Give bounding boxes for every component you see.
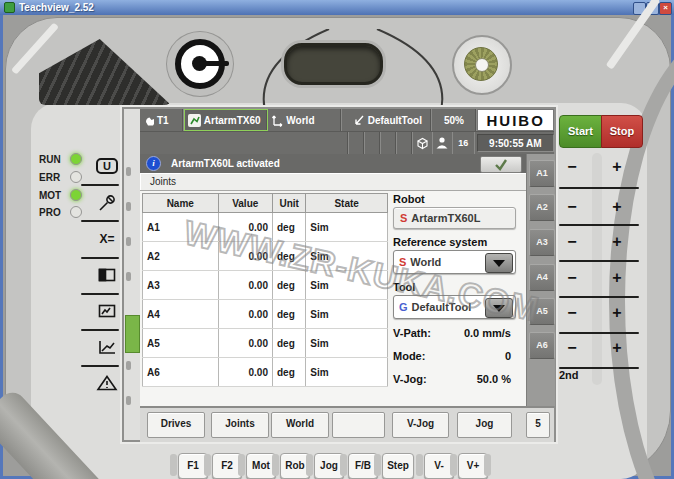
tab-vjog[interactable]: V-Jog (392, 412, 449, 438)
table-row[interactable]: A40.00degSim (143, 300, 388, 329)
jog-plus-a5[interactable]: + (605, 303, 629, 323)
estop-button[interactable] (166, 31, 234, 97)
view-tab-label: Joints (150, 176, 176, 187)
tab-jog[interactable]: Jog (457, 412, 512, 438)
handle-slot (284, 43, 383, 85)
tab-world[interactable]: World (271, 412, 329, 438)
indicator-mot: MOT (39, 189, 82, 201)
status-slot (334, 132, 350, 154)
jog-plus-a3[interactable]: + (605, 232, 629, 252)
mot-led (70, 189, 82, 201)
table-row[interactable]: A50.00degSim (143, 329, 388, 358)
jog-minus-a1[interactable]: − (560, 157, 584, 177)
plus-icon: + (612, 198, 621, 215)
position-key[interactable]: X= (87, 226, 127, 252)
indicator-label: PRO (39, 207, 65, 218)
cube-status-icon[interactable] (413, 132, 433, 154)
tab-label: Jog (476, 418, 494, 429)
chart-key[interactable] (87, 334, 127, 360)
fkey-label: Mot (252, 460, 270, 471)
key-divider (272, 454, 279, 476)
jog-plus-a6[interactable]: + (605, 338, 629, 358)
vjog-value: 50.0 % (477, 373, 511, 385)
warning-key[interactable] (87, 370, 127, 396)
tab-blank[interactable] (332, 412, 385, 438)
tab-label: World (286, 418, 314, 429)
reference-label: Reference system (393, 236, 487, 248)
speed-cell[interactable]: 50% (432, 109, 478, 131)
start-button[interactable]: Start (559, 115, 602, 148)
jog-minus-a5[interactable]: − (560, 303, 584, 323)
tool-name: DefaultTool (368, 115, 422, 126)
jog-minus-a3[interactable]: − (560, 232, 584, 252)
table-row[interactable]: A30.00degSim (143, 271, 388, 300)
robot-select-button[interactable]: S ArtarmTX60L (393, 207, 516, 229)
close-button[interactable]: × (659, 2, 672, 15)
minus-icon: − (567, 158, 576, 175)
table-row[interactable]: A60.00degSim (143, 358, 388, 387)
tab-joints[interactable]: Joints (211, 412, 269, 438)
message-count-value: 16 (458, 138, 468, 148)
jog-plus-a1[interactable]: + (605, 157, 629, 177)
fkey-step[interactable]: Step (382, 453, 414, 479)
jog-minus-a6[interactable]: − (560, 338, 584, 358)
fkey-label: Jog (320, 460, 338, 471)
joints-table: Name Value Unit State A10.00degSim A20.0… (142, 193, 388, 387)
mode-selector-knob[interactable] (452, 35, 512, 95)
fkey-label: Step (387, 460, 409, 471)
robot-prefix: S (400, 212, 407, 224)
mode-label: T1 (157, 115, 169, 126)
display-key[interactable] (87, 298, 127, 324)
green-marker (125, 315, 140, 353)
start-label: Start (568, 125, 593, 137)
reference-dropdown[interactable]: S World (393, 250, 516, 274)
jog-minus-a2[interactable]: − (560, 197, 584, 217)
reference-prefix: S (399, 256, 406, 268)
second-function-key[interactable]: 2nd (559, 369, 599, 385)
message-bar: i ArtarmTX60L activated (140, 154, 526, 173)
table-row[interactable]: A10.00degSim (143, 213, 388, 242)
axis-tab-a3[interactable]: A3 (529, 229, 555, 256)
axis-tab-a6[interactable]: A6 (529, 332, 555, 359)
tab-label: Drives (161, 418, 192, 429)
axis-tab-a5[interactable]: A5 (529, 298, 555, 325)
user-status-icon[interactable] (433, 132, 453, 154)
confirm-message-button[interactable] (480, 156, 522, 173)
window-titlebar: Teachview_2.52 (0, 0, 674, 15)
mode-cell[interactable]: T1 (140, 109, 184, 131)
axis-tab-a2[interactable]: A2 (529, 194, 555, 221)
teach-pendant-app: Teachview_2.52 × RUN (0, 0, 674, 479)
reference-cell[interactable]: World (268, 109, 341, 131)
axis-tab-label: A3 (536, 237, 548, 247)
reference-dropdown-button[interactable] (485, 253, 513, 273)
reference-value: World (410, 256, 441, 268)
jog-minus-a4[interactable]: − (560, 268, 584, 288)
second-label: 2nd (559, 369, 579, 381)
vpath-stat: V-Path: 0.0 mm/s (393, 327, 511, 339)
axis-tab-column: A1 A2 A3 A4 A5 A6 (526, 154, 555, 406)
axis-tab-a1[interactable]: A1 (529, 160, 555, 187)
user-key[interactable]: U (87, 153, 127, 179)
window-client-area: RUN ERR MOT PRO U X= (3, 15, 671, 476)
header-name: Name (143, 194, 219, 213)
table-row[interactable]: A20.00degSim (143, 242, 388, 271)
jog-plus-a4[interactable]: + (605, 268, 629, 288)
tab-overflow-button[interactable]: 5 (526, 412, 550, 438)
tool-dropdown-button[interactable] (485, 298, 513, 318)
message-count[interactable]: 16 (453, 132, 475, 154)
stop-label: Stop (610, 125, 634, 137)
window-key[interactable] (87, 262, 127, 288)
axis-tab-label: A5 (536, 306, 548, 316)
robot-cell[interactable]: ArtarmTX60 (184, 109, 268, 131)
stop-button[interactable]: Stop (601, 115, 643, 148)
tab-drives[interactable]: Drives (147, 412, 205, 438)
tool-cell[interactable]: DefaultTool (342, 109, 432, 131)
jog-plus-a2[interactable]: + (605, 197, 629, 217)
key-divider (374, 454, 381, 476)
tool-key[interactable] (87, 190, 127, 216)
axis-tab-a4[interactable]: A4 (529, 264, 555, 291)
tab-label: Joints (225, 418, 254, 429)
status-bar: T1 ArtarmTX60 World DefaultTool (140, 109, 554, 154)
axis-tab-label: A4 (536, 272, 548, 282)
tool-dropdown[interactable]: G DefaultTool (393, 295, 516, 319)
